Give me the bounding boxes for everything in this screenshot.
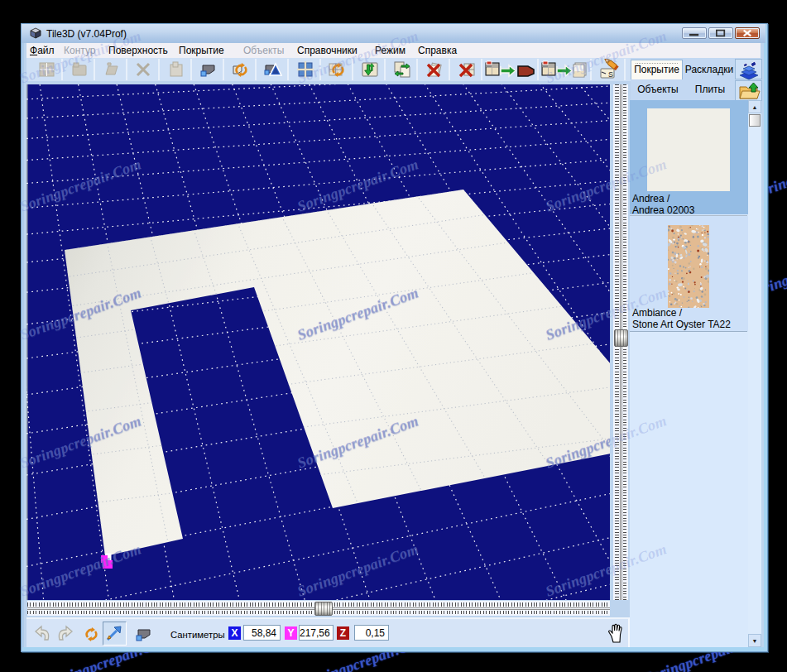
svg-text:S: S (608, 70, 613, 79)
